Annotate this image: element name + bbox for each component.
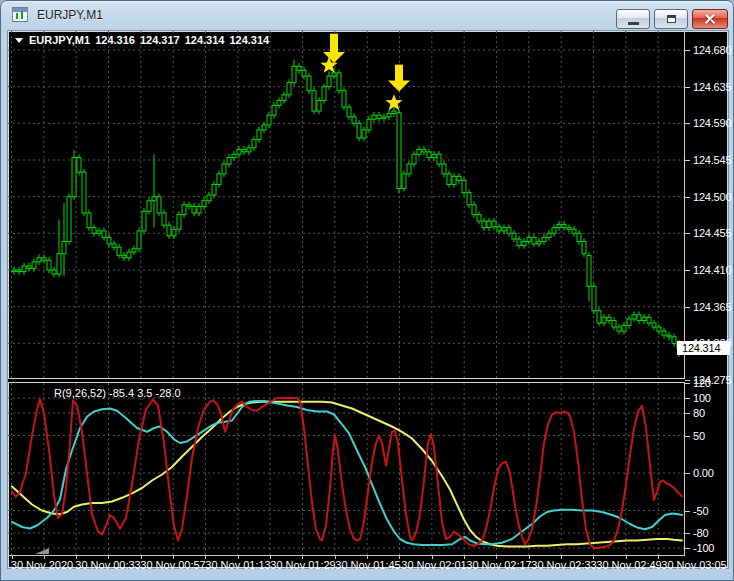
time-axis-tick — [561, 556, 562, 559]
time-axis-label: 30 Nov 02:49 — [596, 559, 661, 571]
candle-body — [247, 148, 251, 152]
candle-body — [287, 83, 291, 95]
candle-body — [352, 117, 356, 124]
axis-tick — [685, 398, 690, 399]
candle-body — [427, 152, 431, 158]
candle-body — [562, 224, 566, 227]
candle-body — [227, 158, 231, 165]
time-axis-label: 30 Nov 01:13 — [205, 559, 270, 571]
candle-body — [607, 317, 611, 320]
candle-body — [22, 266, 26, 272]
sell-arrow-icon[interactable] — [330, 34, 338, 53]
candle-body — [27, 266, 31, 268]
indicator-axis-label: -50 — [693, 504, 708, 518]
candle-body — [267, 115, 271, 125]
red-indicator-line — [12, 398, 682, 548]
candle-body — [217, 174, 221, 185]
candle-body — [507, 228, 511, 234]
cyan-indicator-line — [12, 401, 682, 545]
axis-tick — [685, 533, 690, 534]
time-axis-label: 30 Nov 00:33 — [75, 559, 140, 571]
indicator-pane[interactable]: R(9,26,52) -85.4 3.5 -28.0 — [8, 383, 685, 555]
candle-body — [627, 319, 631, 326]
candle-body — [52, 270, 56, 274]
time-axis-tick — [496, 556, 497, 559]
header-symbol: EURJPY,M1 — [29, 34, 90, 46]
indicator-axis-label: 50 — [693, 429, 705, 443]
candle-body — [392, 111, 396, 113]
time-axis-tick — [12, 556, 13, 559]
time-axis-tick — [432, 556, 433, 559]
candle-body — [357, 123, 361, 138]
axis-tick — [685, 548, 690, 549]
candle-body — [17, 270, 21, 272]
axis-tick — [685, 307, 690, 308]
subwindow-grip[interactable] — [35, 548, 49, 554]
pane-separator[interactable] — [8, 378, 685, 383]
candle-body — [387, 114, 391, 117]
time-axis-tick — [302, 556, 303, 559]
candle-body — [382, 117, 386, 119]
candle-body — [602, 317, 606, 323]
price-chart-svg[interactable] — [8, 31, 685, 379]
symbol-dropdown-icon[interactable] — [15, 38, 23, 43]
candle-body — [107, 237, 111, 244]
candle-body — [57, 254, 61, 274]
window-titlebar[interactable]: EURJPY,M1 — [1, 1, 733, 30]
price-axis[interactable]: 124.680124.635124.590124.545124.500124.4… — [684, 31, 730, 555]
indicator-chart-svg[interactable] — [8, 383, 685, 555]
axis-tick — [685, 197, 690, 198]
close-icon — [704, 13, 716, 25]
candle-body — [282, 95, 286, 101]
yellow-indicator-line — [12, 402, 682, 547]
time-axis-tick — [529, 556, 530, 559]
candle-body — [652, 323, 656, 327]
candle-body — [147, 201, 151, 212]
candle-body — [417, 149, 421, 154]
sell-arrow-icon[interactable] — [395, 65, 403, 82]
candle-body — [342, 91, 346, 107]
axis-tick — [685, 383, 690, 384]
indicator-axis-label: 80 — [693, 406, 705, 420]
candle-body — [332, 73, 336, 76]
minimize-button[interactable] — [616, 9, 650, 29]
candle-body — [192, 206, 196, 213]
candle-body — [662, 331, 666, 335]
candle-body — [432, 154, 436, 157]
candle-body — [587, 255, 591, 286]
chart-client-area[interactable]: EURJPY,M1124.316124.317124.314124.314 R(… — [7, 30, 729, 569]
sell-arrow-icon[interactable] — [323, 52, 345, 63]
axis-tick — [685, 160, 690, 161]
close-button[interactable] — [692, 9, 728, 29]
candle-body — [422, 149, 426, 151]
candle-body — [402, 174, 406, 189]
price-axis-label: 124.455 — [693, 226, 731, 240]
candle-body — [472, 205, 476, 215]
indicator-axis-label: -80 — [693, 526, 708, 540]
candle-body — [512, 233, 516, 239]
candle-body — [447, 174, 451, 185]
candle-body — [557, 224, 561, 227]
indicator-axis-label: 120 — [693, 376, 711, 390]
restore-button[interactable] — [654, 9, 688, 29]
time-axis[interactable]: 30 Nov 202030 Nov 00:3330 Nov 00:5730 No… — [8, 556, 730, 570]
sell-arrow-icon[interactable] — [388, 81, 410, 92]
time-axis-label: 30 Nov 01:45 — [335, 559, 400, 571]
price-axis-label: 124.680 — [693, 43, 731, 57]
candle-body — [522, 241, 526, 245]
candle-body — [657, 327, 661, 331]
candle-body — [377, 115, 381, 118]
time-axis-label: 30 Nov 02:01 — [401, 559, 466, 571]
candle-body — [487, 221, 491, 228]
time-axis-tick — [44, 556, 45, 559]
price-pane[interactable]: EURJPY,M1124.316124.317124.314124.314 — [8, 31, 685, 379]
candle-body — [82, 172, 86, 213]
header-low: 124.314 — [185, 34, 225, 46]
candle-body — [102, 231, 106, 238]
indicator-axis-label: 0.00 — [693, 466, 714, 480]
candle-body — [212, 184, 216, 195]
candle-body — [67, 197, 71, 242]
candle-body — [672, 337, 676, 344]
candle-body — [552, 228, 556, 234]
candle-body — [517, 239, 521, 246]
